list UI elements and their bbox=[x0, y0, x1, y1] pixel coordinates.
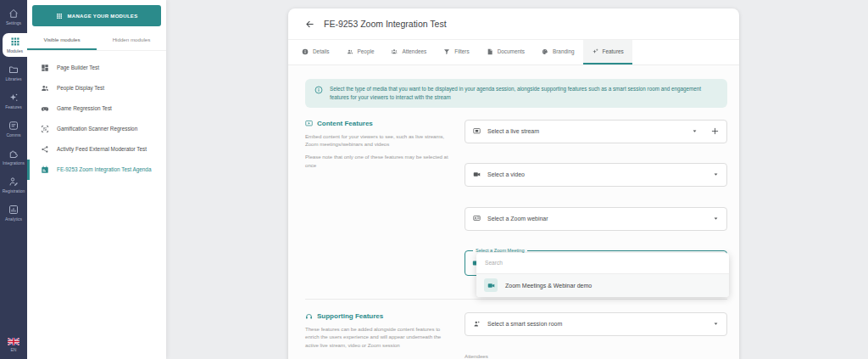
info-icon bbox=[314, 86, 323, 94]
language-switcher[interactable]: EN bbox=[0, 338, 27, 359]
zoom-meeting-dropdown-panel: Zoom Meetings & Webinar demo bbox=[476, 253, 729, 297]
chevron-down-icon[interactable] bbox=[713, 171, 719, 177]
module-label: Gamification Scanner Regression bbox=[57, 125, 137, 133]
grid-icon bbox=[10, 36, 20, 47]
select-label: Select a live stream bbox=[487, 128, 539, 134]
module-item-zoom-integration-agenda[interactable]: FE-9253 Zoom Integration Test Agenda bbox=[27, 160, 166, 180]
gamepad-icon bbox=[41, 104, 49, 113]
tab-filters[interactable]: Filters bbox=[435, 40, 477, 65]
language-label: EN bbox=[11, 347, 17, 352]
main-area: FE-9253 Zoom Integration Test Details Pe… bbox=[166, 0, 868, 359]
rail-item-libraries[interactable]: Libraries bbox=[0, 61, 27, 85]
tab-label: Filters bbox=[454, 48, 469, 54]
chevron-down-icon[interactable] bbox=[692, 128, 698, 134]
registration-icon bbox=[8, 177, 19, 187]
features-panel: Select the type of media that you want t… bbox=[288, 65, 739, 359]
uk-flag-icon bbox=[8, 338, 19, 345]
content-features-heading: Content Features bbox=[305, 120, 459, 127]
rail-item-analytics[interactable]: Analytics bbox=[0, 201, 27, 225]
chevron-down-icon[interactable] bbox=[713, 216, 719, 222]
supporting-features-intro: Supporting Features These features can b… bbox=[305, 312, 459, 359]
rail-item-registration[interactable]: Registration bbox=[0, 173, 27, 197]
videocam-icon bbox=[473, 171, 481, 178]
calendar-icon bbox=[41, 165, 49, 174]
nav-rail: Settings Modules Libraries Features Comm… bbox=[0, 0, 27, 359]
rail-item-integrations[interactable]: Integrations bbox=[0, 145, 27, 169]
supporting-features-controls: Select a smart session room Attendees bbox=[465, 312, 727, 359]
rail-item-comms[interactable]: Comms bbox=[0, 117, 27, 141]
rail-item-label: Registration bbox=[3, 188, 25, 194]
module-item-gamification-scanner[interactable]: Gamification Scanner Regression bbox=[27, 119, 166, 139]
tab-people[interactable]: People bbox=[338, 40, 383, 65]
module-label: People Display Test bbox=[57, 84, 104, 93]
zoom-meeting-select-open[interactable]: Select a Zoom Meeting Z bbox=[465, 250, 727, 276]
add-live-stream-icon[interactable] bbox=[711, 127, 719, 135]
rail-item-label: Features bbox=[5, 104, 22, 109]
search-row bbox=[476, 253, 729, 274]
rail-item-label: Modules bbox=[7, 48, 23, 53]
section-description: Embed content for your viewers to see, s… bbox=[305, 132, 449, 149]
module-label: Page Builder Test bbox=[57, 64, 99, 72]
tab-label: Attendees bbox=[402, 48, 426, 54]
tab-attendees[interactable]: Attendees bbox=[382, 40, 435, 65]
live-stream-select[interactable]: Select a live stream bbox=[465, 120, 727, 143]
tab-label: Features bbox=[603, 48, 624, 54]
sparkles-icon bbox=[8, 93, 19, 103]
grid-icon bbox=[56, 13, 63, 20]
rail-item-label: Comms bbox=[6, 132, 20, 137]
rail-item-settings[interactable]: Settings bbox=[0, 5, 27, 29]
videocam-icon bbox=[487, 282, 495, 289]
content-features-controls: Select a live stream Select a video Sele… bbox=[465, 120, 727, 276]
tab-label: Branding bbox=[553, 48, 575, 54]
rail-item-features[interactable]: Features bbox=[0, 89, 27, 113]
people-icon bbox=[347, 48, 353, 55]
module-label: FE-9253 Zoom Integration Test Agenda bbox=[57, 165, 151, 174]
modules-sidebar: MANAGE YOUR MODULES Visible modules Hidd… bbox=[27, 0, 166, 359]
headphones-icon bbox=[305, 312, 313, 320]
section-description: These features can be added alongside co… bbox=[305, 325, 449, 350]
tab-branding[interactable]: Branding bbox=[533, 40, 583, 65]
content-features-section: Content Features Embed content for your … bbox=[305, 120, 727, 276]
module-label: Game Regression Test bbox=[57, 104, 112, 113]
rail-item-modules[interactable]: Modules bbox=[3, 33, 27, 57]
tab-documents[interactable]: Documents bbox=[478, 40, 533, 65]
filter-icon bbox=[443, 48, 450, 55]
module-item-page-builder[interactable]: Page Builder Test bbox=[27, 58, 166, 78]
tab-features[interactable]: Features bbox=[583, 40, 632, 65]
zoom-meeting-option[interactable]: Zoom Meetings & Webinar demo bbox=[476, 274, 729, 297]
section-title: Content Features bbox=[317, 120, 373, 127]
module-list: Page Builder Test People Display Test Ga… bbox=[27, 51, 166, 180]
module-item-game-regression[interactable]: Game Regression Test bbox=[27, 98, 166, 119]
dashboard-icon bbox=[41, 64, 49, 72]
manage-modules-button[interactable]: MANAGE YOUR MODULES bbox=[32, 5, 161, 26]
tab-label: People bbox=[358, 48, 375, 54]
option-icon-box bbox=[484, 278, 498, 292]
features-icon bbox=[592, 48, 598, 55]
tab-label: Documents bbox=[498, 48, 525, 54]
tab-details[interactable]: Details bbox=[293, 40, 338, 65]
agenda-session-card: FE-9253 Zoom Integration Test Details Pe… bbox=[288, 8, 739, 359]
tab-hidden-modules[interactable]: Hidden modules bbox=[97, 30, 166, 50]
qr-scan-icon bbox=[41, 125, 49, 133]
module-item-activity-feed[interactable]: Activity Feed External Moderator Test bbox=[27, 139, 166, 160]
home-icon bbox=[8, 8, 19, 19]
integrations-icon bbox=[8, 149, 19, 159]
tab-visible-modules[interactable]: Visible modules bbox=[27, 30, 97, 50]
video-select[interactable]: Select a video bbox=[465, 163, 727, 187]
smart-session-room-select[interactable]: Select a smart session room bbox=[465, 312, 727, 336]
search-input[interactable] bbox=[485, 260, 721, 266]
select-label: Select a video bbox=[487, 171, 525, 177]
screen-play-icon bbox=[305, 120, 313, 127]
comms-icon bbox=[8, 121, 19, 131]
document-icon bbox=[487, 48, 493, 55]
manage-modules-label: MANAGE YOUR MODULES bbox=[68, 14, 138, 19]
info-icon bbox=[302, 48, 309, 55]
webinar-icon bbox=[473, 215, 481, 222]
section-title: Supporting Features bbox=[317, 312, 383, 320]
share-icon bbox=[41, 145, 49, 154]
back-arrow-icon[interactable] bbox=[305, 20, 314, 29]
info-banner-text: Select the type of media that you want t… bbox=[330, 85, 718, 102]
module-item-people-display[interactable]: People Display Test bbox=[27, 78, 166, 98]
zoom-webinar-select[interactable]: Select a Zoom webinar bbox=[465, 207, 727, 231]
chevron-down-icon[interactable] bbox=[713, 321, 719, 327]
